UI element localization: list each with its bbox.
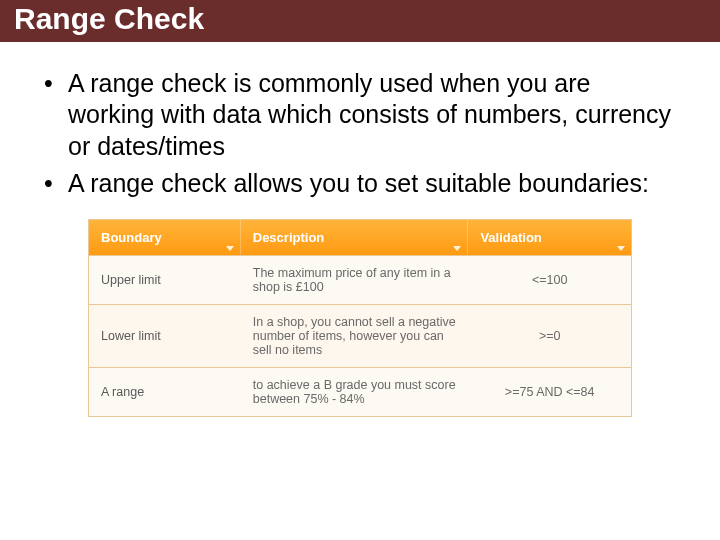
range-table: Boundary Description Validation Upper li… <box>88 219 632 417</box>
table-row: Lower limit In a shop, you cannot sell a… <box>89 304 631 367</box>
table-header-row: Boundary Description Validation <box>89 220 631 255</box>
slide-title: Range Check <box>14 2 204 35</box>
table-row: A range to achieve a B grade you must sc… <box>89 367 631 416</box>
header-label: Boundary <box>101 230 162 245</box>
cell-boundary: A range <box>89 375 241 409</box>
table-header-description: Description <box>241 220 469 255</box>
cell-validation: >=75 AND <=84 <box>468 375 631 409</box>
title-bar: Range Check <box>0 0 720 42</box>
bullet-list: A range check is commonly used when you … <box>40 68 680 199</box>
cell-boundary: Upper limit <box>89 263 241 297</box>
cell-description: to achieve a B grade you must score betw… <box>241 368 469 416</box>
sort-icon <box>226 246 234 251</box>
header-label: Description <box>253 230 325 245</box>
sort-icon <box>617 246 625 251</box>
header-label: Validation <box>480 230 541 245</box>
sort-icon <box>453 246 461 251</box>
slide-body: A range check is commonly used when you … <box>0 42 720 417</box>
cell-validation: >=0 <box>468 319 631 353</box>
bullet-text: A range check allows you to set suitable… <box>68 169 649 197</box>
table-header-validation: Validation <box>468 220 631 255</box>
cell-description: The maximum price of any item in a shop … <box>241 256 469 304</box>
bullet-item: A range check is commonly used when you … <box>40 68 680 162</box>
cell-validation: <=100 <box>468 263 631 297</box>
bullet-item: A range check allows you to set suitable… <box>40 168 680 199</box>
cell-description: In a shop, you cannot sell a negative nu… <box>241 305 469 367</box>
slide: Range Check A range check is commonly us… <box>0 0 720 540</box>
bullet-text: A range check is commonly used when you … <box>68 69 671 160</box>
cell-boundary: Lower limit <box>89 319 241 353</box>
table-row: Upper limit The maximum price of any ite… <box>89 255 631 304</box>
table-header-boundary: Boundary <box>89 220 241 255</box>
